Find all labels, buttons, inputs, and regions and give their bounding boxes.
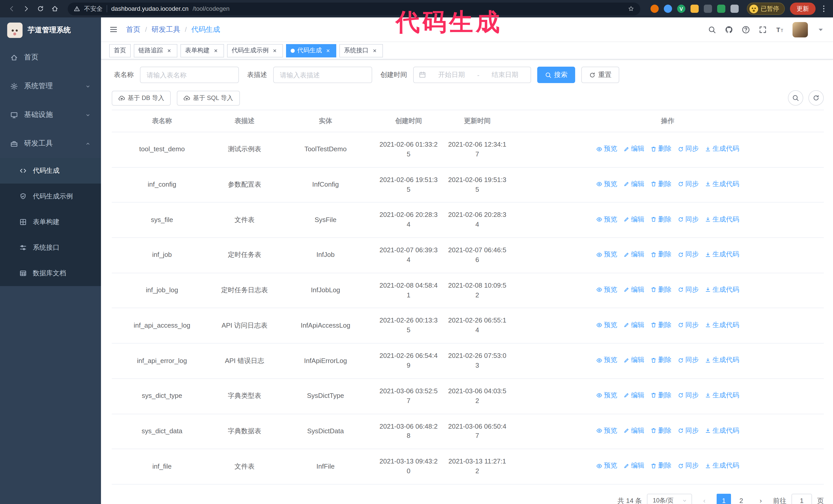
close-icon[interactable]: ×	[166, 47, 173, 54]
action-preview[interactable]: 预览	[596, 179, 617, 189]
page-button-2[interactable]: 2	[734, 494, 748, 504]
sidebar-item-infra[interactable]: 基础设施	[0, 100, 101, 129]
action-delete[interactable]: 删除	[650, 320, 671, 330]
action-preview[interactable]: 预览	[596, 391, 617, 401]
action-edit[interactable]: 编辑	[623, 250, 644, 260]
puzzle-extension-icon[interactable]	[731, 5, 739, 13]
action-sync[interactable]: 同步	[678, 391, 699, 401]
profile-paused-badge[interactable]: 已暂停	[747, 3, 785, 15]
tab-trace[interactable]: 链路追踪 ×	[134, 44, 177, 57]
table-desc-input[interactable]	[273, 67, 372, 83]
tab-codegen[interactable]: 代码生成 ×	[286, 44, 336, 57]
action-delete[interactable]: 删除	[650, 285, 671, 295]
action-edit[interactable]: 编辑	[623, 461, 644, 471]
kebab-menu-icon[interactable]	[820, 5, 828, 13]
action-preview[interactable]: 预览	[596, 144, 617, 154]
action-generate-code[interactable]: 生成代码	[705, 461, 739, 471]
action-sync[interactable]: 同步	[678, 250, 699, 260]
sidebar-item-home[interactable]: 首页	[0, 43, 101, 72]
action-sync[interactable]: 同步	[678, 320, 699, 330]
action-edit[interactable]: 编辑	[623, 285, 644, 295]
user-avatar[interactable]	[792, 22, 808, 37]
font-size-icon[interactable]: TT	[776, 25, 784, 33]
action-generate-code[interactable]: 生成代码	[705, 356, 739, 365]
action-generate-code[interactable]: 生成代码	[705, 285, 739, 295]
action-preview[interactable]: 预览	[596, 356, 617, 365]
chrome-update-button[interactable]: 更新	[790, 3, 815, 15]
people-extension-icon[interactable]	[690, 5, 699, 13]
leaf-extension-icon[interactable]	[717, 5, 725, 13]
action-preview[interactable]: 预览	[596, 250, 617, 260]
github-icon[interactable]	[725, 25, 733, 33]
close-icon[interactable]: ×	[271, 47, 278, 54]
v-extension-icon[interactable]: V	[677, 5, 685, 13]
help-icon[interactable]	[742, 25, 750, 33]
chevron-down-icon[interactable]	[816, 25, 825, 33]
sidebar-item-devtools[interactable]: 研发工具	[0, 129, 101, 158]
page-button-1[interactable]: 1	[717, 494, 731, 504]
back-icon[interactable]	[5, 2, 19, 16]
action-delete[interactable]: 删除	[650, 215, 671, 224]
action-preview[interactable]: 预览	[596, 320, 617, 330]
bookmark-star-icon[interactable]	[628, 6, 634, 12]
sidebar-subitem-system-api[interactable]: 系统接口	[0, 235, 101, 261]
action-delete[interactable]: 删除	[650, 144, 671, 154]
search-button[interactable]: 搜索	[537, 67, 575, 83]
next-page-button[interactable]: ›	[754, 494, 768, 504]
goto-page-input[interactable]	[791, 494, 812, 504]
breadcrumb-item[interactable]: 代码生成	[191, 25, 220, 34]
refresh-table-button[interactable]	[808, 90, 824, 105]
reload-icon[interactable]	[34, 2, 47, 16]
action-delete[interactable]: 删除	[650, 391, 671, 401]
action-sync[interactable]: 同步	[678, 179, 699, 189]
action-edit[interactable]: 编辑	[623, 215, 644, 224]
action-delete[interactable]: 删除	[650, 250, 671, 260]
action-sync[interactable]: 同步	[678, 144, 699, 154]
page-size-select[interactable]: 10条/页	[647, 494, 692, 504]
tab-form-builder[interactable]: 表单构建 ×	[181, 44, 224, 57]
action-generate-code[interactable]: 生成代码	[705, 144, 739, 154]
search-icon[interactable]	[708, 25, 716, 33]
action-edit[interactable]: 编辑	[623, 320, 644, 330]
action-delete[interactable]: 删除	[650, 179, 671, 189]
action-sync[interactable]: 同步	[678, 461, 699, 471]
tab-system-api[interactable]: 系统接口 ×	[339, 44, 383, 57]
action-edit[interactable]: 编辑	[623, 144, 644, 154]
action-generate-code[interactable]: 生成代码	[705, 391, 739, 401]
action-delete[interactable]: 删除	[650, 356, 671, 365]
action-preview[interactable]: 预览	[596, 215, 617, 224]
breadcrumb-item[interactable]: 首页	[126, 25, 140, 34]
action-preview[interactable]: 预览	[596, 426, 617, 436]
action-generate-code[interactable]: 生成代码	[705, 426, 739, 436]
table-name-input[interactable]	[140, 67, 239, 83]
close-icon[interactable]: ×	[325, 47, 332, 54]
action-sync[interactable]: 同步	[678, 215, 699, 224]
sidebar-subitem-codegen[interactable]: 代码生成	[0, 158, 101, 184]
action-sync[interactable]: 同步	[678, 426, 699, 436]
action-delete[interactable]: 删除	[650, 461, 671, 471]
address-bar[interactable]: 不安全 dashboard.yudao.iocoder.cn/tool/code…	[68, 2, 640, 15]
import-db-button[interactable]: 基于 DB 导入	[112, 91, 171, 105]
close-icon[interactable]: ×	[212, 47, 219, 54]
action-generate-code[interactable]: 生成代码	[705, 215, 739, 224]
fox-extension-icon[interactable]	[650, 5, 659, 13]
reset-button[interactable]: 重置	[581, 67, 619, 83]
sidebar-subitem-codegen-example[interactable]: 代码生成示例	[0, 184, 101, 209]
tab-home[interactable]: 首页	[109, 44, 131, 57]
import-sql-button[interactable]: 基于 SQL 导入	[177, 91, 240, 105]
sidebar-subitem-form-builder[interactable]: 表单构建	[0, 209, 101, 235]
action-sync[interactable]: 同步	[678, 285, 699, 295]
hamburger-icon[interactable]	[109, 25, 118, 34]
toggle-search-button[interactable]	[788, 90, 803, 105]
action-generate-code[interactable]: 生成代码	[705, 250, 739, 260]
drop-extension-icon[interactable]	[664, 5, 672, 13]
sidebar-subitem-db-doc[interactable]: 数据库文档	[0, 261, 101, 286]
prev-page-button[interactable]: ‹	[697, 494, 712, 504]
action-preview[interactable]: 预览	[596, 285, 617, 295]
fullscreen-icon[interactable]	[759, 25, 767, 33]
forward-icon[interactable]	[20, 2, 33, 16]
breadcrumb-item[interactable]: 研发工具	[151, 25, 180, 34]
action-preview[interactable]: 预览	[596, 461, 617, 471]
home-icon[interactable]	[48, 2, 62, 16]
tab-codegen-example[interactable]: 代码生成示例 ×	[227, 44, 283, 57]
